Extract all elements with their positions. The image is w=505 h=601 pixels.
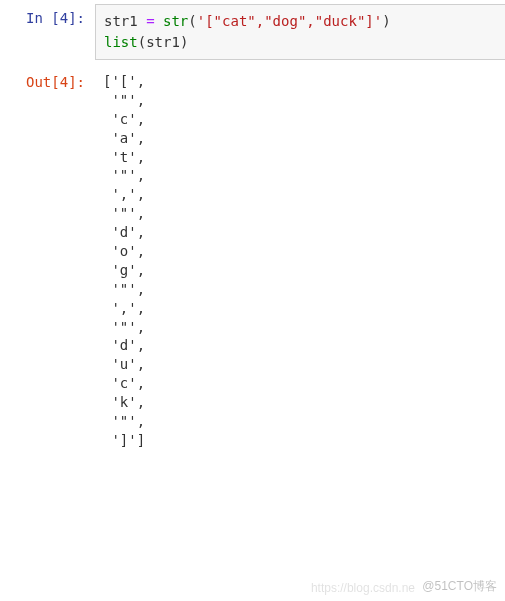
- watermark-right: @51CTO博客: [422, 578, 497, 595]
- code-lparen2: (: [138, 34, 146, 50]
- code-fn-str: str: [163, 13, 188, 29]
- code-input[interactable]: str1 = str('["cat","dog","duck"]') list(…: [95, 4, 505, 60]
- code-fn-list: list: [104, 34, 138, 50]
- output-prompt: Out[4]:: [0, 68, 95, 90]
- input-cell: In [4]: str1 = str('["cat","dog","duck"]…: [0, 0, 505, 64]
- watermark-left: https://blog.csdn.ne: [311, 581, 415, 595]
- code-rparen2: ): [180, 34, 188, 50]
- code-eq: =: [138, 13, 163, 29]
- input-prompt: In [4]:: [0, 4, 95, 26]
- output-text: ['[', '"', 'c', 'a', 't', '"', ',', '"',…: [95, 68, 505, 456]
- code-arg: str1: [146, 34, 180, 50]
- code-string-literal: '["cat","dog","duck"]': [197, 13, 382, 29]
- code-lparen1: (: [188, 13, 196, 29]
- code-rparen1: ): [382, 13, 390, 29]
- code-var: str1: [104, 13, 138, 29]
- output-cell: Out[4]: ['[', '"', 'c', 'a', 't', '"', '…: [0, 64, 505, 460]
